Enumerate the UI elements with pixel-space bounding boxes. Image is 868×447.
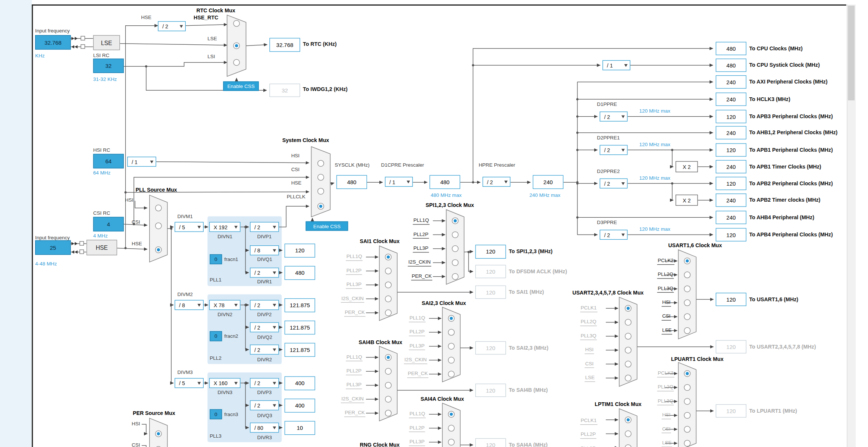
usart234578-clock-mux-radio-5[interactable] (625, 375, 631, 381)
sai4b-clock-mux-radio-1[interactable] (385, 368, 391, 374)
lpuart1-clock-mux-radio-1[interactable] (684, 384, 690, 390)
pll1-divp-select[interactable]: / 2 (250, 222, 279, 232)
pll3-divp-output[interactable]: 400 (285, 376, 315, 390)
hpre-prescaler-select[interactable]: / 2 (483, 177, 511, 187)
d1cpre-output-value[interactable]: 480 (430, 175, 460, 189)
system-clock-mux-radio-2[interactable] (318, 188, 324, 194)
output-3-value[interactable]: 240 (716, 92, 746, 106)
hse-block[interactable]: HSE (87, 240, 117, 255)
lptim1-clock-mux-radio-1[interactable] (625, 431, 631, 437)
output-5-value[interactable]: 240 (716, 126, 746, 139)
sai1-clock-mux-radio-3[interactable] (385, 296, 391, 302)
hse-frequency-input[interactable]: 25 (35, 240, 71, 255)
usart16-clock-mux-radio-4[interactable] (684, 314, 690, 319)
pll-source-mux-radio-1[interactable] (155, 223, 161, 229)
pll2-divp-select[interactable]: / 2 (250, 300, 279, 310)
pll2-divq-select[interactable]: / 2 (250, 322, 279, 332)
csi-rc-value[interactable]: 4 (93, 217, 124, 232)
rtc-enable-css-button[interactable]: Enable CSS (223, 81, 259, 91)
lpuart1-clock-mux-radio-4[interactable] (684, 426, 690, 432)
usart16-clock-mux-radio-1[interactable] (684, 272, 690, 278)
sai4a-clock-mux-radio-1[interactable] (448, 425, 454, 431)
spi123-clock-mux-radio-4[interactable] (452, 274, 458, 280)
pll1-divr-select[interactable]: / 2 (250, 268, 279, 278)
output-6-value[interactable]: 120 (716, 143, 746, 157)
d2ppre2-prescaler-select[interactable]: / 2 (600, 179, 628, 189)
pll2-fracn-input[interactable]: 0 (210, 331, 222, 341)
rtc-clock-mux-radio-2[interactable] (234, 59, 239, 65)
hpre-output-value[interactable]: 240 (533, 175, 563, 189)
lse-frequency-input[interactable]: 32.768 (35, 35, 71, 50)
d3ppre-prescaler-select[interactable]: / 2 (600, 230, 628, 240)
output-1-value[interactable]: 480 (716, 59, 746, 72)
pll3-fracn-input[interactable]: 0 (210, 409, 222, 419)
output-11-value[interactable]: 120 (716, 228, 746, 242)
usart16-clock-mux-radio-5[interactable] (684, 328, 690, 334)
sai1-clock-mux-radio-4[interactable] (385, 310, 391, 316)
to-rtc-value[interactable]: 32.768 (269, 38, 300, 52)
pll1-divn-select[interactable]: X 192 (209, 222, 241, 232)
lpuart1-clock-mux-radio-2[interactable] (684, 399, 690, 404)
pll1-divr-output[interactable]: 480 (285, 266, 315, 280)
vertical-scrollbar-thumb[interactable] (848, 6, 855, 100)
sai1-clock-mux-radio-2[interactable] (385, 282, 391, 288)
pll2-divm-select[interactable]: / 8 (175, 300, 204, 310)
pll3-divq-output[interactable]: 400 (285, 399, 315, 412)
pll3-divq-select[interactable]: / 2 (250, 400, 279, 410)
pll-source-mux-radio-0[interactable] (155, 205, 161, 211)
lpuart1-clock-mux-radio-5[interactable] (684, 440, 690, 446)
usart234578-clock-mux-radio-1[interactable] (625, 319, 631, 325)
sai23-clock-mux-radio-4[interactable] (448, 371, 454, 377)
spi123-clock-mux-radio-3[interactable] (452, 259, 458, 265)
lsi-frequency-value[interactable]: 32 (93, 59, 124, 73)
output-2-value[interactable]: 240 (716, 75, 746, 89)
hsi-divider[interactable]: / 1 (127, 157, 156, 167)
hsi-rc-value[interactable]: 64 (93, 154, 124, 169)
sai1-clock-mux-radio-1[interactable] (385, 268, 391, 274)
pll3-divp-select[interactable]: / 2 (250, 378, 279, 388)
pll2-divp-output[interactable]: 121.875 (285, 298, 315, 312)
systick-divider-select[interactable]: / 1 (602, 60, 630, 70)
sys-enable-css-button[interactable]: Enable CSS (306, 221, 348, 231)
d1ppre-prescaler-select[interactable]: / 2 (600, 111, 628, 122)
usart16-clock-mux-radio-2[interactable] (684, 286, 690, 292)
pll1-divm-select[interactable]: / 5 (175, 222, 204, 232)
output-0-value[interactable]: 480 (716, 42, 746, 55)
lpuart1-clock-mux-radio-3[interactable] (684, 412, 690, 418)
spi123-clock-mux-radio-2[interactable] (452, 246, 458, 252)
sai23-clock-mux-radio-1[interactable] (448, 329, 454, 335)
spi123-clock-mux-radio-1[interactable] (452, 232, 458, 237)
pll3-divm-select[interactable]: / 5 (175, 378, 204, 388)
rtc-hse-divider[interactable]: / 2 (158, 21, 186, 31)
system-clock-mux-radio-0[interactable] (318, 160, 324, 166)
lse-block[interactable]: LSE (93, 35, 120, 50)
pll2-divr-output[interactable]: 121.875 (285, 343, 315, 357)
pll3-divr-select[interactable]: / 80 (250, 423, 279, 433)
usart234578-clock-mux-radio-4[interactable] (625, 361, 631, 367)
pll2-divq-output[interactable]: 121.875 (285, 321, 315, 334)
usart234578-clock-mux-radio-2[interactable] (625, 333, 631, 339)
pll1-divq-output[interactable]: 120 (285, 244, 315, 258)
system-clock-mux-radio-1[interactable] (318, 174, 324, 180)
pll3-divn-select[interactable]: X 160 (209, 378, 241, 388)
sai23-clock-mux-radio-2[interactable] (448, 343, 454, 349)
sai4b-clock-mux-radio-2[interactable] (385, 382, 391, 388)
pll1-fracn-input[interactable]: 0 (210, 254, 222, 264)
usart16-clock-mux-radio-3[interactable] (684, 300, 690, 306)
output-8-value[interactable]: 120 (716, 177, 746, 190)
sai4a-clock-mux-radio-2[interactable] (448, 439, 454, 445)
output-4-value[interactable]: 120 (716, 110, 746, 123)
d1cpre-prescaler-select[interactable]: / 1 (385, 177, 413, 187)
d2ppre1-prescaler-select[interactable]: / 2 (600, 145, 628, 155)
output-7-value[interactable]: 240 (716, 160, 746, 173)
sai23-clock-mux-radio-3[interactable] (448, 357, 454, 363)
usart234578-clock-mux-radio-3[interactable] (625, 347, 631, 353)
sai4b-clock-mux-radio-3[interactable] (385, 396, 391, 402)
rtc-clock-mux-radio-0[interactable] (234, 21, 239, 26)
pll1-divq-select[interactable]: / 8 (250, 245, 279, 255)
pll2-divn-select[interactable]: X 78 (209, 300, 241, 310)
pll3-divr-output[interactable]: 10 (285, 421, 315, 435)
pll2-divr-select[interactable]: / 2 (250, 344, 279, 355)
periph-mux-0-output-0-value[interactable]: 120 (475, 245, 506, 259)
output-9-value[interactable]: 240 (716, 193, 746, 207)
